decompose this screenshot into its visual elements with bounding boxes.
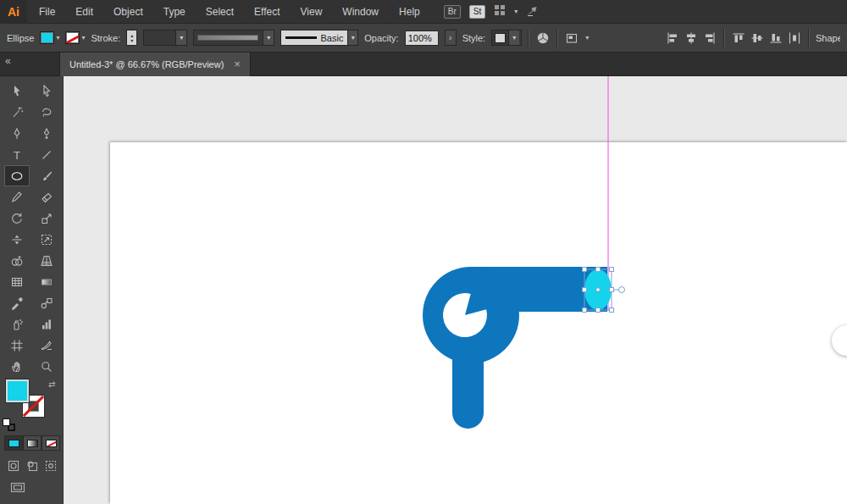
align-middle-button[interactable] (750, 30, 765, 46)
ellipse-tool[interactable] (4, 165, 30, 186)
fill-color-picker[interactable]: ▾ (40, 31, 59, 44)
stepper-down-icon[interactable]: ▾ (130, 38, 133, 43)
opacity-options-button[interactable]: › (445, 30, 457, 46)
app-logo[interactable]: Ai (0, 0, 27, 24)
width-tool[interactable] (4, 229, 30, 250)
selection-handle-ne[interactable] (610, 268, 614, 272)
menu-bar-right: Br St ▾ (444, 3, 540, 20)
tool-grid: T (0, 76, 63, 377)
pencil-tool[interactable] (4, 186, 30, 208)
chevron-down-icon[interactable]: ▾ (175, 30, 186, 45)
align-bottom-button[interactable] (768, 30, 783, 46)
color-button[interactable] (4, 435, 23, 451)
menu-window[interactable]: Window (342, 6, 379, 18)
slice-tool[interactable] (34, 335, 59, 356)
swap-fill-stroke-icon[interactable]: ⇄ (48, 379, 55, 389)
eyedropper-tool[interactable] (4, 292, 30, 313)
draw-behind-button[interactable] (25, 459, 39, 473)
menu-object[interactable]: Object (113, 6, 143, 18)
draw-normal-button[interactable] (7, 459, 20, 473)
menu-file[interactable]: File (39, 6, 55, 18)
curvature-tool[interactable] (34, 123, 59, 144)
menu-effect[interactable]: Effect (254, 6, 280, 18)
opacity-input[interactable]: 100% (405, 30, 439, 46)
scale-tool[interactable] (34, 208, 59, 229)
bridge-button[interactable]: Br (444, 5, 461, 19)
pen-tool[interactable] (4, 123, 30, 144)
graphic-style-dropdown[interactable]: ▾ (491, 30, 522, 46)
stroke-swatch-none[interactable] (65, 31, 80, 44)
canvas-area[interactable] (64, 76, 847, 504)
direct-selection-tool[interactable] (34, 80, 59, 102)
draw-inside-button[interactable] (44, 459, 58, 473)
perspective-grid-tool[interactable] (34, 250, 59, 271)
type-tool[interactable]: T (4, 144, 30, 165)
align-left-button[interactable] (665, 30, 680, 46)
lasso-tool[interactable] (34, 102, 59, 123)
stroke-color-picker[interactable]: ▾ (65, 31, 85, 44)
align-right-button[interactable] (702, 30, 717, 46)
fill-swatch[interactable] (40, 31, 54, 44)
document-tab[interactable]: Untitled-3* @ 66.67% (RGB/Preview) × (59, 53, 251, 76)
none-button[interactable] (42, 435, 60, 451)
magic-wand-tool[interactable] (4, 102, 30, 123)
width-profile-dropdown[interactable]: ▾ (193, 30, 274, 46)
artboard-tool[interactable] (4, 335, 30, 356)
selection-tool[interactable] (4, 80, 30, 102)
recolor-artwork-icon[interactable] (535, 30, 551, 46)
toolbar-collapse-icon[interactable]: « (5, 55, 9, 67)
stroke-weight-dropdown[interactable]: ▾ (143, 30, 187, 46)
distribute-horizontal-button[interactable] (787, 30, 802, 46)
eraser-tool[interactable] (34, 186, 59, 208)
blue-shape[interactable] (423, 267, 607, 429)
tools-panel: T (0, 76, 64, 504)
gpu-performance-icon[interactable] (526, 3, 540, 20)
gradient-button[interactable] (23, 435, 42, 451)
shape-builder-tool[interactable] (4, 250, 30, 271)
default-fill-stroke-icon[interactable] (3, 418, 16, 432)
chevron-down-icon[interactable]: ▾ (347, 30, 357, 45)
chevron-down-icon[interactable]: ▾ (263, 30, 274, 45)
close-icon[interactable]: × (234, 59, 241, 69)
line-segment-tool[interactable] (34, 144, 59, 165)
rotate-tool[interactable] (4, 208, 30, 229)
symbol-sprayer-tool[interactable] (4, 313, 30, 335)
screen-mode-button[interactable] (10, 481, 25, 498)
selection-handle-n[interactable] (596, 268, 601, 272)
menu-edit[interactable]: Edit (75, 6, 93, 18)
selection-handle-se[interactable] (610, 308, 614, 313)
align-to-artboard-icon[interactable] (564, 30, 579, 46)
stroke-label: Stroke: (91, 33, 120, 43)
menu-help[interactable]: Help (399, 6, 420, 18)
object-center-point[interactable] (596, 288, 600, 291)
selection-handle-sw[interactable] (583, 308, 587, 313)
chevron-down-icon[interactable]: ▾ (585, 34, 589, 42)
gradient-tool[interactable] (34, 271, 59, 292)
align-top-button[interactable] (731, 30, 746, 46)
selection-handle-w[interactable] (583, 288, 587, 292)
svg-text:T: T (14, 148, 20, 161)
chevron-down-icon[interactable]: ▾ (514, 8, 518, 15)
column-graph-tool[interactable] (34, 313, 59, 335)
selection-handle-e[interactable] (610, 288, 614, 292)
chevron-down-icon[interactable]: ▾ (508, 30, 519, 45)
live-shape-widget-handle[interactable] (619, 287, 625, 293)
workspace-grid-icon[interactable] (494, 4, 506, 19)
blend-tool[interactable] (34, 292, 59, 313)
paintbrush-tool[interactable] (34, 165, 59, 186)
stroke-weight-stepper[interactable]: ▴ ▾ (126, 30, 137, 46)
shape-panel-label[interactable]: Shape (816, 33, 840, 43)
brush-definition-dropdown[interactable]: Basic ▾ (280, 30, 358, 46)
menu-view[interactable]: View (301, 6, 323, 18)
menu-type[interactable]: Type (163, 6, 185, 18)
selection-handle-s[interactable] (596, 308, 601, 313)
stock-button[interactable]: St (469, 5, 485, 19)
menu-select[interactable]: Select (206, 6, 234, 18)
selection-handle-nw[interactable] (583, 268, 587, 272)
fill-color-box[interactable] (6, 379, 29, 402)
free-transform-tool[interactable] (34, 229, 59, 250)
mesh-tool[interactable] (4, 271, 30, 292)
zoom-tool[interactable] (34, 356, 59, 377)
align-center-button[interactable] (684, 30, 699, 46)
hand-tool[interactable] (4, 356, 30, 377)
